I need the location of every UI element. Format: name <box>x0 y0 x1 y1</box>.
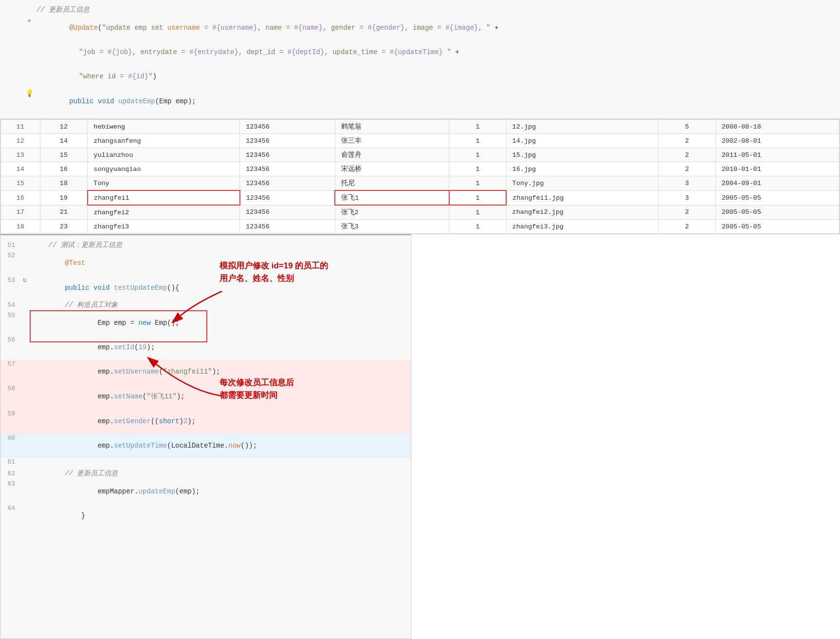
bottom-line-63: 63 empMapper.updateEmp(emp); <box>0 479 411 504</box>
line-num-60: 60 <box>0 434 20 442</box>
table-row: 1721zhangfei2123456张飞21zhangfei2.jpg2200… <box>1 205 840 220</box>
bottom-line-62: 62 // 更新员工信息 <box>0 469 411 479</box>
code-line-comment: // 更新员工信息 <box>0 5 840 16</box>
table-cell: 2 <box>658 134 715 148</box>
table-cell: 2005-05-05 <box>715 220 839 234</box>
table-cell: zhangsanfeng <box>88 134 240 148</box>
line-num-52: 52 <box>0 252 20 259</box>
line-num-64: 64 <box>0 505 20 512</box>
line-num-53: 53 <box>0 277 20 284</box>
table-cell: zhangfei1 <box>88 190 240 205</box>
bottom-line-51: 51 // 测试：更新员工信息 <box>0 240 411 251</box>
table-cell: 15.jpg <box>506 148 658 162</box>
table-cell: 1 <box>449 134 506 148</box>
table-cell: 123456 <box>240 162 335 176</box>
line-num-62: 62 <box>0 470 20 477</box>
table-cell: zhangfei3.jpg <box>506 220 658 234</box>
line-57-content: emp.setUsername("zhangfei11"); <box>30 360 411 383</box>
code-line-2: "job = #{job}, entrydate = #{entrydate},… <box>0 40 840 64</box>
line-51-content: // 测试：更新员工信息 <box>30 241 411 249</box>
line-num-55: 55 <box>0 312 20 319</box>
data-table: 1112hebiweng123456鹤笔翁112.jpg52008-08-181… <box>0 119 840 234</box>
bottom-line-61: 61 <box>0 458 411 469</box>
table-cell: 18 <box>40 176 88 191</box>
table-row: 1214zhangsanfeng123456张三丰114.jpg22002-08… <box>1 134 840 148</box>
table-cell: zhangfei3 <box>88 220 240 234</box>
bottom-line-54: 54 // 构造员工对象 <box>0 300 411 311</box>
table-cell: 张飞2 <box>335 205 449 220</box>
table-cell: 2011-05-01 <box>715 148 839 162</box>
table-cell: 14 <box>1 162 40 176</box>
line-num-57: 57 <box>0 360 20 368</box>
table-cell: songyuanqiao <box>88 162 240 176</box>
table-cell: 2005-05-05 <box>715 190 839 205</box>
table-cell: 1 <box>449 120 506 134</box>
table-cell: 123456 <box>240 220 335 234</box>
line-num-51: 51 <box>0 242 20 249</box>
table-cell: 2010-01-01 <box>715 162 839 176</box>
line-icon-53[interactable]: ↻ <box>20 276 30 284</box>
table-cell: 15 <box>40 148 88 162</box>
table-cell: 16 <box>1 190 40 205</box>
table-cell: 17 <box>1 205 40 220</box>
table-cell: Tony <box>88 176 240 191</box>
table-cell: 俞莲舟 <box>335 148 449 162</box>
bottom-line-55: 55 Emp emp = new Emp(); <box>0 311 411 335</box>
table-cell: 18 <box>1 220 40 234</box>
annotation-line: @Update("update emp set username = #{use… <box>34 16 840 39</box>
line-55-content: Emp emp = new Emp(); <box>30 311 411 335</box>
table-row: 1315yulianzhou123456俞莲舟115.jpg22011-05-0… <box>1 148 840 162</box>
table-cell: 张三丰 <box>335 134 449 148</box>
bottom-code-panel: 51 // 测试：更新员工信息 52 @Test 53 ↻ public voi… <box>0 234 411 639</box>
table-cell: 1 <box>449 162 506 176</box>
comment-text: // 更新员工信息 <box>34 5 840 14</box>
table-cell: 1 <box>449 148 506 162</box>
line-num-56: 56 <box>0 336 20 343</box>
code-content-3: "where id = #{id}") <box>34 65 840 88</box>
bottom-line-56: 56 emp.setId(19); <box>0 335 411 359</box>
table-cell: hebiweng <box>88 120 240 134</box>
table-cell: 21 <box>40 205 88 220</box>
table-row: 1619zhangfei1123456张飞11zhangfei1.jpg3200… <box>1 190 840 205</box>
table-cell: 托尼 <box>335 176 449 191</box>
table-cell: 5 <box>658 120 715 134</box>
line-52-content: @Test <box>30 251 411 275</box>
table-cell: 15 <box>1 176 40 191</box>
table-cell: 123456 <box>240 120 335 134</box>
bottom-line-59: 59 emp.setGender((short)2); <box>0 409 411 433</box>
bottom-line-58: 58 emp.setName("张飞11"); <box>0 384 411 409</box>
table-cell: zhangfei2.jpg <box>506 205 658 220</box>
table-cell: 张飞3 <box>335 220 449 234</box>
line-63-content: empMapper.updateEmp(emp); <box>30 480 411 503</box>
code-line-method: 💡 public void updateEmp(Emp emp); <box>0 89 840 113</box>
table-cell: yulianzhou <box>88 148 240 162</box>
bottom-line-52: 52 @Test <box>0 251 411 275</box>
table-cell: 12.jpg <box>506 120 658 134</box>
table-cell: 3 <box>658 190 715 205</box>
line-60-content: emp.setUpdateTime(LocalDateTime.now()); <box>30 434 411 457</box>
bottom-line-60: 60 emp.setUpdateTime(LocalDateTime.now()… <box>0 433 411 458</box>
line-icon-breakpoint[interactable]: ◆ <box>24 18 34 23</box>
table-cell: 16 <box>40 162 88 176</box>
table-cell: 2002-08-01 <box>715 134 839 148</box>
line-num-59: 59 <box>0 410 20 417</box>
top-code-section: // 更新员工信息 ◆ @Update("update emp set user… <box>0 0 840 119</box>
table-row: 1823zhangfei3123456张飞31zhangfei3.jpg2200… <box>1 220 840 234</box>
method-line: public void updateEmp(Emp emp); <box>34 90 840 113</box>
table-cell: 1 <box>449 176 506 191</box>
line-59-content: emp.setGender((short)2); <box>30 410 411 433</box>
bottom-line-53: 53 ↻ public void testUpdateEmp(){ <box>0 275 411 300</box>
results-table: 1112hebiweng123456鹤笔翁112.jpg52008-08-181… <box>0 119 840 234</box>
line-icon-bulb[interactable]: 💡 <box>24 89 34 97</box>
table-cell: 2 <box>658 220 715 234</box>
table-cell: zhangfei1.jpg <box>506 190 658 205</box>
table-cell: 鹤笔翁 <box>335 120 449 134</box>
table-cell: 2 <box>658 162 715 176</box>
table-cell: 23 <box>40 220 88 234</box>
table-cell: 12 <box>1 134 40 148</box>
table-cell: Tony.jpg <box>506 176 658 191</box>
table-cell: 123456 <box>240 134 335 148</box>
line-num-61: 61 <box>0 458 20 466</box>
line-num-54: 54 <box>0 301 20 309</box>
table-cell: 12 <box>40 120 88 134</box>
